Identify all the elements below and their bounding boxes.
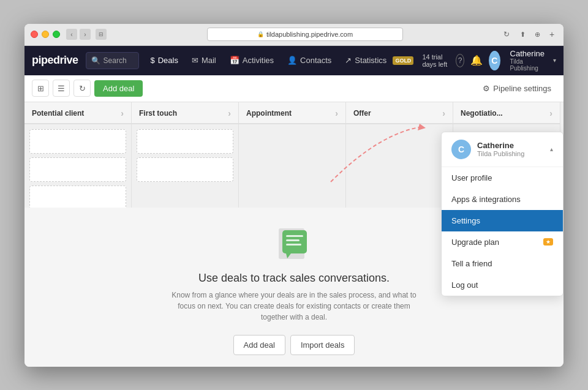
svg-rect-4 [286, 235, 303, 237]
search-box[interactable]: 🔍 Search [86, 52, 140, 69]
column-arrow-icon: › [228, 108, 231, 118]
user-name: Catherine [510, 49, 545, 58]
column-title: Potential client [32, 109, 84, 118]
svg-rect-5 [286, 239, 300, 241]
dropdown-item-log-out[interactable]: Log out [442, 274, 563, 296]
minimize-button[interactable] [42, 31, 49, 38]
notifications-button[interactable]: 🔔 [470, 54, 483, 66]
user-dropdown-menu: C Catherine Tilda Publishing ▴ User prof… [441, 132, 564, 296]
svg-rect-6 [286, 244, 301, 246]
tell-a-friend-label: Tell a friend [451, 259, 492, 268]
list-view-button[interactable]: ☰ [53, 80, 70, 97]
toolbar: ⊞ ☰ ↻ Add deal ⚙ Pipeline settings [24, 75, 564, 102]
url-bar[interactable]: 🔒 tildapublishing.pipedrive.com [207, 28, 403, 41]
empty-state-icon [273, 219, 315, 262]
trial-text: 14 trial days left [422, 53, 450, 68]
column-title: Negotiatio... [461, 109, 503, 118]
empty-state-description: Know from a glance where your deals are … [172, 290, 417, 323]
user-info: Catherine Tilda Publishing [510, 49, 545, 72]
deal-card[interactable] [137, 129, 233, 154]
pipeline-settings-label: Pipeline settings [493, 84, 551, 93]
lock-icon: 🔒 [257, 31, 264, 37]
forward-button[interactable]: › [80, 29, 91, 40]
column-title: First touch [139, 109, 177, 118]
deal-card[interactable] [29, 186, 126, 210]
column-arrow-icon: › [442, 108, 445, 118]
titlebar: ‹ › ⊟ 🔒 tildapublishing.pipedrive.com ↻ … [24, 24, 564, 46]
dropdown-item-upgrade-plan[interactable]: Upgrade plan ★ [442, 231, 563, 253]
dropdown-user-name: Catherine [477, 141, 524, 150]
nav-statistics-label: Statistics [355, 56, 386, 65]
back-button[interactable]: ‹ [66, 29, 77, 40]
settings-label: Settings [451, 216, 480, 225]
column-header: Potential client › [24, 102, 131, 124]
column-arrow-icon: › [121, 108, 124, 118]
gold-badge: GOLD [393, 56, 413, 65]
dropdown-user-info: Catherine Tilda Publishing [477, 141, 524, 157]
pipeline-settings-button[interactable]: ⚙ Pipeline settings [478, 81, 556, 96]
upgrade-plan-label: Upgrade plan [451, 238, 499, 247]
close-button[interactable] [31, 31, 38, 38]
deal-card[interactable] [29, 157, 126, 182]
svg-rect-2 [282, 230, 307, 253]
kanban-view-button[interactable]: ⊞ [32, 80, 49, 97]
empty-state-actions: Add deal Import deals [233, 335, 355, 355]
app-window: ‹ › ⊟ 🔒 tildapublishing.pipedrive.com ↻ … [24, 24, 564, 367]
add-tab-button[interactable]: + [546, 29, 557, 40]
deal-card[interactable] [29, 129, 126, 154]
deals-icon: $ [150, 56, 154, 65]
search-label: Search [104, 56, 127, 65]
mail-icon: ✉ [192, 56, 198, 65]
nav-mail-label: Mail [202, 56, 216, 65]
nav-item-activities[interactable]: 📅 Activities [224, 52, 280, 69]
browser-nav: ‹ › [66, 29, 91, 40]
nav-item-mail[interactable]: ✉ Mail [186, 52, 222, 69]
nav-contacts-label: Contacts [300, 56, 331, 65]
toolbar-right: ⚙ Pipeline settings [478, 81, 556, 96]
user-profile-label: User profile [451, 173, 492, 182]
contacts-icon: 👤 [287, 56, 297, 65]
dropdown-item-user-profile[interactable]: User profile [442, 167, 563, 189]
column-arrow-icon: › [335, 108, 338, 118]
gear-icon: ⚙ [483, 84, 490, 93]
dropdown-item-tell-a-friend[interactable]: Tell a friend [442, 253, 563, 274]
add-deal-button[interactable]: Add deal [94, 80, 143, 97]
column-title: Appointment [246, 109, 292, 118]
apps-integrations-label: Apps & integrations [451, 195, 521, 204]
sidebar-toggle-button[interactable]: ⊟ [96, 29, 107, 40]
column-title: Offer [353, 109, 371, 118]
share-icon[interactable]: ⬆ [517, 29, 528, 40]
refresh-view-button[interactable]: ↻ [74, 80, 91, 97]
column-arrow-icon: › [549, 108, 552, 118]
titlebar-actions: ⬆ ⊕ + [517, 29, 557, 40]
activities-icon: 📅 [230, 56, 239, 65]
log-out-label: Log out [451, 280, 478, 290]
nav-item-contacts[interactable]: 👤 Contacts [281, 52, 337, 69]
import-deals-button[interactable]: Import deals [290, 335, 355, 355]
app-logo: pipedrive [32, 54, 78, 67]
nav-item-statistics[interactable]: ↗ Statistics [339, 52, 393, 69]
new-tab-icon[interactable]: ⊕ [532, 29, 543, 40]
appbar: pipedrive 🔍 Search $ Deals ✉ Mail 📅 Acti… [24, 46, 564, 75]
search-icon: 🔍 [91, 56, 100, 65]
dropdown-avatar: C [451, 140, 471, 159]
avatar: C [489, 51, 500, 70]
dropdown-header: C Catherine Tilda Publishing ▴ [442, 132, 563, 167]
upgrade-badge: ★ [543, 238, 553, 246]
statistics-icon: ↗ [345, 56, 352, 65]
nav-item-deals[interactable]: $ Deals [144, 52, 184, 69]
dropdown-user-company: Tilda Publishing [477, 150, 524, 157]
column-header: First touch › [132, 102, 238, 124]
dropdown-item-settings[interactable]: Settings [442, 210, 563, 231]
refresh-button[interactable]: ↻ [501, 29, 512, 40]
traffic-lights [31, 31, 60, 38]
dropdown-item-apps-integrations[interactable]: Apps & integrations [442, 189, 563, 210]
column-header: Appointment › [239, 102, 345, 124]
deal-card[interactable] [137, 157, 233, 182]
empty-add-deal-button[interactable]: Add deal [233, 335, 285, 355]
chevron-down-icon[interactable]: ▾ [553, 57, 556, 64]
nav-deals-label: Deals [158, 56, 178, 65]
maximize-button[interactable] [53, 31, 60, 38]
help-button[interactable]: ? [456, 54, 464, 67]
chevron-up-icon: ▴ [550, 146, 553, 152]
